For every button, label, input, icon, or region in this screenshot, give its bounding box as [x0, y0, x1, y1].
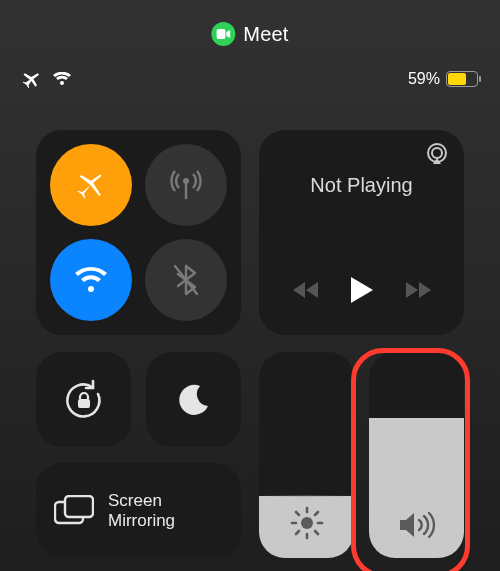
- wifi-icon: [72, 265, 110, 295]
- svg-line-17: [315, 512, 318, 515]
- cellular-antenna-icon: [166, 165, 206, 205]
- svg-line-15: [315, 531, 318, 534]
- play-button[interactable]: [349, 275, 375, 305]
- screen-mirroring-button[interactable]: ScreenMirroring: [36, 463, 241, 558]
- bluetooth-toggle[interactable]: [145, 239, 227, 321]
- previous-track-button[interactable]: [292, 280, 320, 300]
- volume-icon: [398, 510, 436, 540]
- brightness-icon: [290, 506, 324, 540]
- battery-icon: [446, 71, 478, 87]
- active-app-pill[interactable]: Meet: [211, 22, 288, 46]
- wifi-status-icon: [52, 72, 72, 86]
- rotation-lock-icon: [62, 378, 106, 422]
- svg-point-5: [432, 148, 442, 158]
- active-app-label: Meet: [243, 23, 288, 46]
- battery-percentage: 59%: [408, 70, 440, 88]
- status-bar: 59%: [0, 70, 500, 94]
- airplane-mode-toggle[interactable]: [50, 144, 132, 226]
- do-not-disturb-toggle[interactable]: [146, 352, 241, 447]
- screen-mirroring-label: ScreenMirroring: [108, 491, 175, 530]
- airplane-mode-status-icon: [22, 70, 42, 88]
- control-center-screen: Meet 59%: [0, 0, 500, 571]
- volume-slider[interactable]: [369, 352, 464, 558]
- screen-mirroring-icon: [54, 495, 94, 527]
- connectivity-tile[interactable]: [36, 130, 241, 335]
- svg-rect-8: [65, 496, 93, 517]
- airplay-icon[interactable]: [424, 142, 450, 166]
- media-tile[interactable]: Not Playing: [259, 130, 464, 335]
- now-playing-label: Not Playing: [259, 174, 464, 197]
- brightness-slider[interactable]: [259, 352, 354, 558]
- next-track-button[interactable]: [404, 280, 432, 300]
- bluetooth-off-icon: [172, 262, 200, 298]
- svg-point-9: [301, 517, 313, 529]
- svg-rect-6: [78, 399, 90, 408]
- camera-active-indicator: [211, 22, 235, 46]
- svg-rect-0: [216, 29, 225, 39]
- rotation-lock-toggle[interactable]: [36, 352, 131, 447]
- svg-line-16: [296, 531, 299, 534]
- video-icon: [216, 29, 230, 39]
- wifi-toggle[interactable]: [50, 239, 132, 321]
- svg-line-14: [296, 512, 299, 515]
- cellular-data-toggle[interactable]: [145, 144, 227, 226]
- moon-icon: [176, 382, 212, 418]
- airplane-icon: [74, 168, 108, 202]
